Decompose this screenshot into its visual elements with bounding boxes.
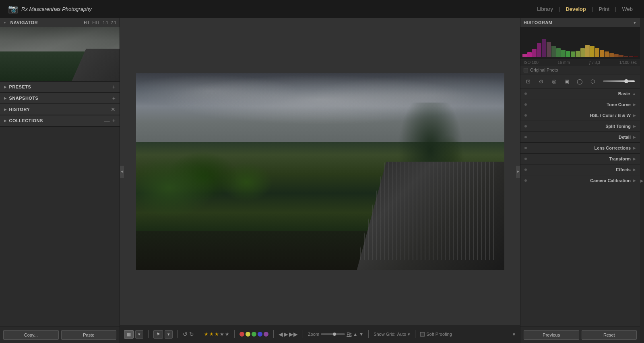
zoom-fit-label[interactable]: Fit	[347, 332, 351, 337]
toolbar-right-dropdown[interactable]: ▼	[512, 332, 516, 337]
history-actions: ✕	[111, 107, 116, 112]
view-mode-dropdown[interactable]: ▾	[135, 330, 143, 339]
presets-triangle: ▶	[4, 85, 7, 89]
hist-shutter: 1/100 sec	[619, 60, 637, 65]
reset-button[interactable]: Reset	[582, 330, 637, 340]
camera-calibration-arrow: ▶	[633, 179, 636, 183]
lens-corrections-title: Lens Corrections	[528, 146, 631, 150]
collections-section: ▶ Collections — +	[0, 115, 120, 127]
zoom-triangle-up: ▲	[353, 332, 357, 337]
basic-dot	[524, 92, 527, 95]
zoom-fill-opt[interactable]: FILL	[92, 21, 100, 25]
color-label-blue[interactable]	[258, 332, 262, 337]
grid-dropdown[interactable]: ▾	[408, 332, 410, 337]
histogram-collapse-btn[interactable]: ▼	[633, 21, 637, 25]
presets-header[interactable]: ▶ Presets +	[0, 82, 120, 92]
camera-calibration-header[interactable]: Camera Calibration ▶	[520, 175, 640, 186]
basic-header[interactable]: Basic ▲	[520, 88, 640, 99]
zoom-fit-opt[interactable]: FIT	[84, 21, 90, 25]
transform-dot	[524, 158, 527, 160]
zoom-slider-handle	[333, 333, 336, 336]
presets-add-btn[interactable]: +	[112, 84, 116, 90]
collections-header[interactable]: ▶ Collections — +	[0, 115, 120, 126]
soft-proofing-checkbox[interactable]	[420, 332, 425, 337]
histogram-header: Histogram ▼	[520, 18, 640, 27]
nav-develop[interactable]: Develop	[562, 6, 589, 12]
history-clear-btn[interactable]: ✕	[111, 107, 116, 112]
snapshots-triangle: ▶	[4, 97, 7, 100]
snapshots-header[interactable]: ▶ Snapshots +	[0, 93, 120, 104]
snapshots-section: ▶ Snapshots +	[0, 93, 120, 104]
sep-1	[148, 330, 149, 338]
image-viewport[interactable]: ◀ ▶	[120, 18, 520, 325]
nav-next-arrow[interactable]: ▶▶	[289, 331, 298, 337]
color-label-green[interactable]	[252, 332, 256, 337]
tone-curve-header[interactable]: Tone Curve ▶	[520, 99, 640, 110]
tone-curve-dot	[524, 103, 527, 106]
star-2[interactable]: ★	[209, 331, 214, 337]
effects-header[interactable]: Effects ▶	[520, 164, 640, 175]
zoom-slider[interactable]	[321, 333, 345, 335]
rotate-right-btn[interactable]: ↻	[189, 331, 194, 337]
transform-header[interactable]: Transform ▶	[520, 154, 640, 164]
collections-remove-btn[interactable]: —	[104, 118, 110, 123]
paste-button[interactable]: Paste	[61, 330, 117, 340]
flag-btn[interactable]: ⚑	[153, 330, 163, 339]
star-3[interactable]: ★	[215, 331, 219, 337]
view-mode-btn[interactable]: ▦	[124, 330, 134, 339]
graduated-filter-tool[interactable]: ▣	[562, 77, 571, 86]
crop-tool[interactable]: ⊡	[524, 77, 533, 86]
copy-button[interactable]: Copy...	[3, 330, 59, 340]
split-toning-header[interactable]: Split Toning ▶	[520, 121, 640, 131]
star-5[interactable]: ★	[225, 331, 229, 337]
camera-calibration-dot	[524, 179, 527, 182]
effects-dot	[524, 168, 527, 171]
flag-dropdown[interactable]: ▾	[165, 330, 173, 339]
soft-proofing-label: Soft Proofing	[426, 332, 452, 337]
zoom-section: Zoom Fit ▲ ▼	[308, 332, 363, 337]
navigator-collapse-arrow: ▼	[3, 21, 6, 25]
navigator-preview[interactable]	[0, 27, 120, 81]
right-collapse-handle[interactable]: ▶	[516, 166, 520, 178]
histogram-canvas	[520, 27, 640, 59]
adjustment-brush-tool[interactable]: ⬡	[588, 77, 597, 86]
radial-filter-tool[interactable]: ◯	[575, 77, 584, 86]
spot-removal-tool[interactable]: ⊙	[537, 77, 545, 86]
snapshots-add-btn[interactable]: +	[112, 95, 116, 101]
lens-corrections-section: Lens Corrections ▶	[520, 143, 640, 154]
hsl-section: HSL / Color / B & W ▶	[520, 110, 640, 121]
color-label-red[interactable]	[239, 332, 244, 337]
main-photo	[136, 73, 504, 270]
detail-header[interactable]: Detail ▶	[520, 132, 640, 142]
camera-calibration-section: Camera Calibration ▶	[520, 175, 640, 186]
nav-play-btn[interactable]: ▶	[284, 331, 288, 337]
color-label-purple[interactable]	[264, 332, 268, 337]
sep-8	[415, 330, 415, 338]
nav-web[interactable]: Web	[619, 6, 636, 12]
collections-add-btn[interactable]: +	[112, 118, 116, 123]
grid-value[interactable]: Auto	[397, 332, 407, 337]
right-side-collapse[interactable]: ▶	[640, 18, 644, 343]
lens-corrections-header[interactable]: Lens Corrections ▶	[520, 143, 640, 153]
red-eye-tool[interactable]: ◎	[549, 77, 558, 86]
star-1[interactable]: ★	[204, 331, 208, 337]
exposure-slider-handle	[624, 79, 628, 83]
color-label-yellow[interactable]	[246, 332, 250, 337]
exposure-slider[interactable]	[603, 80, 635, 82]
zoom-2to1-opt[interactable]: 2:1	[111, 21, 116, 25]
rotate-left-btn[interactable]: ↺	[183, 331, 188, 337]
nav-library[interactable]: Library	[534, 6, 556, 12]
nav-prev-arrow[interactable]: ◀	[279, 331, 283, 337]
left-panel: ▼ Navigator FIT FILL 1:1 2:1	[0, 18, 120, 343]
history-header[interactable]: ▶ History ✕	[0, 104, 120, 115]
star-4[interactable]: ★	[220, 331, 224, 337]
zoom-1to1-opt[interactable]: 1:1	[103, 21, 108, 25]
navigator-label: Navigator	[10, 20, 38, 25]
original-photo-checkbox[interactable]	[524, 68, 528, 72]
left-collapse-handle[interactable]: ◀	[120, 166, 124, 178]
zoom-triangle-down: ▼	[359, 332, 363, 337]
nav-print[interactable]: Print	[595, 6, 613, 12]
previous-button[interactable]: Previous	[524, 330, 579, 340]
hsl-header[interactable]: HSL / Color / B & W ▶	[520, 110, 640, 121]
tone-curve-section: Tone Curve ▶	[520, 99, 640, 110]
